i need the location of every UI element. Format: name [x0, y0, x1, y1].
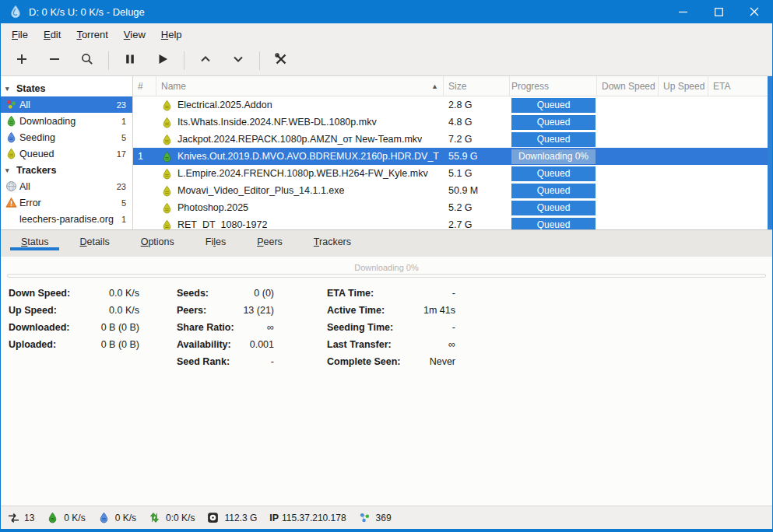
column-header-eta[interactable]: ETA — [708, 76, 772, 96]
torrent-row[interactable]: Its.Whats.Inside.2024.NF.WEB-DL.1080p.mk… — [133, 114, 772, 131]
torrent-name: RET_DT_1080-1972 — [177, 219, 267, 229]
torrent-progress: Queued — [511, 201, 596, 215]
tab-status[interactable]: Status — [10, 230, 59, 250]
disk-icon — [207, 512, 220, 524]
queued-icon — [161, 168, 174, 180]
statusbar-ip: IP115.37.210.178 — [269, 513, 346, 523]
protocol-traffic-icon — [149, 512, 162, 524]
torrent-up-speed — [659, 131, 708, 148]
menu-view[interactable]: View — [116, 26, 153, 44]
sidebar-item-all[interactable]: All23 — [1, 178, 132, 194]
column-header-num[interactable]: # — [133, 76, 156, 96]
stat-group-2: Seeds:0 (0)Peers:13 (21)Share Ratio:∞Ava… — [177, 285, 274, 371]
statusbar-value: 112.3 G — [224, 513, 257, 523]
none — [5, 213, 19, 226]
sidebar-item-seeding[interactable]: Seeding5 — [1, 129, 132, 145]
menu-help[interactable]: Help — [153, 26, 190, 44]
stat-label: Seeding Time: — [327, 320, 400, 337]
queue-down-button[interactable] — [222, 48, 255, 73]
torrent-eta — [708, 114, 772, 131]
close-button[interactable] — [736, 0, 772, 23]
queue-position — [133, 165, 156, 182]
column-header-up-speed[interactable]: Up Speed — [659, 76, 708, 96]
tab-details[interactable]: Details — [69, 230, 120, 250]
column-header-name[interactable]: Name▲ — [156, 76, 444, 96]
remove-icon — [47, 52, 61, 68]
torrent-row[interactable]: RET_DT_1080-19722.7 GQueued — [133, 216, 772, 229]
minimize-button[interactable] — [665, 0, 701, 23]
torrent-row[interactable]: Photoshop.20255.2 GQueued — [133, 199, 772, 216]
error-icon — [5, 197, 19, 209]
pause-icon — [123, 52, 137, 68]
torrent-size: 2.8 G — [444, 96, 510, 114]
stat-group-3: ETA Time:-Active Time:1m 41sSeeding Time… — [327, 285, 455, 371]
sidebar-item-downloading[interactable]: Downloading1 — [1, 113, 132, 129]
tab-trackers[interactable]: Trackers — [303, 230, 362, 250]
sidebar-section-trackers[interactable]: ▾Trackers — [1, 162, 132, 178]
resume-button[interactable] — [146, 48, 179, 73]
add-torrent-button[interactable] — [5, 48, 38, 73]
download-drop-icon — [47, 512, 60, 524]
menu-edit[interactable]: Edit — [36, 26, 69, 44]
connections-icon — [7, 512, 20, 524]
titlebar: D: 0 K/s U: 0 K/s - Deluge — [1, 0, 772, 23]
torrent-down-speed — [597, 131, 659, 148]
torrent-up-speed — [659, 182, 708, 199]
queue-position — [133, 182, 156, 199]
sidebar-item-leechers-paradise-org[interactable]: leechers-paradise.org1 — [1, 211, 132, 227]
search-icon — [80, 52, 94, 68]
torrent-up-speed — [659, 96, 708, 114]
sidebar-item-count: 1 — [121, 117, 126, 126]
queued-icon — [161, 100, 174, 111]
stat-label: Peers: — [177, 303, 234, 320]
statusbar-connections[interactable]: 13 — [7, 512, 34, 524]
torrent-eta — [708, 96, 772, 114]
torrent-row[interactable]: Movavi_Video_Editor_Plus_14.1.1.exe50.9 … — [133, 182, 772, 199]
torrent-name: Photoshop.2025 — [177, 202, 248, 213]
find-torrent-button[interactable] — [71, 48, 104, 73]
filter-sidebar: ▾StatesAll23Downloading1Seeding5Queued17… — [1, 76, 133, 229]
tab-options[interactable]: Options — [130, 230, 185, 250]
vertical-scrollbar[interactable] — [768, 76, 772, 229]
torrent-row[interactable]: Jackpot.2024.REPACK.1080p.AMZN_от New-Te… — [133, 131, 772, 148]
menu-torrent[interactable]: Torrent — [69, 26, 115, 44]
stat-value: 13 (21) — [234, 303, 274, 320]
scrollbar-thumb[interactable] — [768, 76, 772, 229]
torrent-row[interactable]: 1Knives.Out.2019.D.MVO.AVO.BDREMUX.2160p… — [133, 148, 772, 165]
sidebar-item-all[interactable]: All23 — [1, 96, 132, 113]
seeding-icon — [5, 131, 19, 144]
queue-up-button[interactable] — [189, 48, 222, 73]
pause-button[interactable] — [114, 48, 146, 73]
tab-files[interactable]: Files — [195, 230, 237, 250]
sidebar-item-count: 5 — [121, 198, 126, 208]
stat-label: Seeds: — [177, 285, 234, 303]
main-area: ▾StatesAll23Downloading1Seeding5Queued17… — [1, 76, 772, 229]
sidebar-item-count: 5 — [121, 133, 126, 142]
sidebar-item-count: 23 — [117, 100, 126, 110]
maximize-button[interactable] — [701, 0, 736, 23]
statusbar-value: 0:0 K/s — [166, 513, 195, 523]
torrent-row[interactable]: Electrical.2025.Addon2.8 GQueued — [133, 96, 772, 114]
torrent-row[interactable]: L.Empire.2024.FRENCH.1080p.WEB.H264-FW_K… — [133, 165, 772, 182]
torrent-name: Electrical.2025.Addon — [177, 100, 272, 110]
menu-file[interactable]: File — [4, 26, 36, 44]
statusbar-upload-drop[interactable]: 0 K/s — [98, 512, 136, 524]
sidebar-section-states[interactable]: ▾States — [1, 80, 132, 96]
deluge-logo-icon — [9, 5, 23, 19]
sidebar-item-queued[interactable]: Queued17 — [1, 145, 132, 162]
sidebar-item-label: Downloading — [19, 116, 121, 127]
statusbar-download-drop[interactable]: 0 K/s — [47, 512, 85, 524]
remove-torrent-button[interactable] — [38, 48, 71, 73]
all-states-icon — [5, 99, 19, 111]
torrent-name: L.Empire.2024.FRENCH.1080p.WEB.H264-FW_K… — [177, 168, 428, 179]
sidebar-item-error[interactable]: Error5 — [1, 194, 132, 211]
column-header-size[interactable]: Size — [444, 76, 510, 96]
column-header-progress[interactable]: Progress — [510, 76, 597, 96]
stat-group-1: Down Speed:0.0 K/sUp Speed:0.0 K/sDownlo… — [9, 285, 139, 371]
torrent-size: 5.1 G — [444, 165, 510, 182]
column-header-down-speed[interactable]: Down Speed — [597, 76, 659, 96]
preferences-button[interactable] — [265, 48, 297, 73]
tab-peers[interactable]: Peers — [246, 230, 293, 250]
stat-label: Availability: — [177, 337, 234, 354]
stat-value: ∞ — [400, 337, 455, 354]
